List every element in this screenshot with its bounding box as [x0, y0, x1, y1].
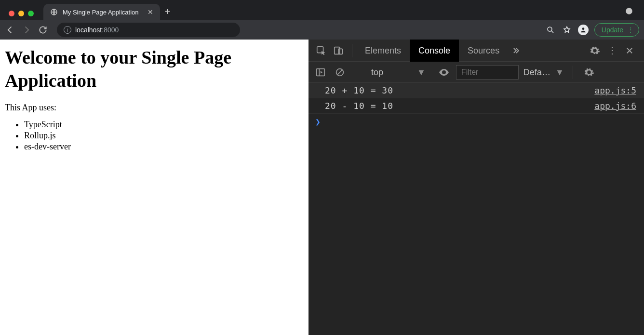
back-button[interactable]: [5, 25, 15, 35]
new-tab-button[interactable]: +: [165, 6, 171, 20]
svg-rect-5: [335, 47, 340, 54]
browser-toolbar: i localhost:8000 Update ⋮: [0, 20, 644, 40]
browser-tab[interactable]: My Single Page Application ✕: [43, 4, 160, 20]
devtools-settings-icon[interactable]: [587, 43, 603, 58]
update-label: Update: [602, 26, 623, 34]
kebab-icon: ⋮: [627, 26, 634, 34]
window-zoom-button[interactable]: [28, 11, 34, 16]
chevron-down-icon: ▼: [417, 68, 426, 77]
site-info-icon[interactable]: i: [64, 26, 71, 34]
inspect-element-icon[interactable]: [313, 43, 329, 58]
log-levels-selector[interactable]: Defa… ▼: [523, 68, 564, 77]
tab-console[interactable]: Console: [410, 40, 459, 62]
svg-point-3: [582, 27, 585, 30]
zoom-icon[interactable]: [545, 25, 556, 35]
globe-icon: [50, 8, 58, 16]
console-settings-icon[interactable]: [582, 65, 596, 80]
address-bar[interactable]: i localhost:8000: [57, 23, 240, 37]
console-log-row[interactable]: 20 + 10 = 30 app.js:5: [309, 83, 644, 98]
page-intro: This App uses:: [5, 103, 304, 113]
close-tab-icon[interactable]: ✕: [148, 8, 153, 16]
device-toolbar-icon[interactable]: [331, 43, 346, 58]
browser-tabstrip: My Single Page Application ✕ +: [0, 0, 644, 20]
more-tabs-icon[interactable]: [508, 43, 523, 58]
console-log-area: 20 + 10 = 30 app.js:5 20 - 10 = 10 app.j…: [309, 83, 644, 335]
browser-update-button[interactable]: Update ⋮: [594, 23, 639, 37]
list-item: es-dev-server: [24, 142, 304, 152]
devtools-kebab-icon[interactable]: ⋮: [604, 43, 620, 58]
svg-point-9: [443, 71, 445, 73]
context-label: top: [371, 68, 383, 77]
svg-rect-6: [338, 49, 342, 54]
log-source-link[interactable]: app.js:5: [594, 85, 636, 95]
url-text: localhost:8000: [75, 26, 119, 34]
rendered-page: Welcome to your Single Page Application …: [0, 40, 309, 335]
console-prompt[interactable]: ❯: [309, 114, 644, 130]
tech-list: TypeScript Rollup.js es-dev-server: [5, 120, 304, 152]
console-log-row[interactable]: 20 - 10 = 10 app.js:6: [309, 98, 644, 114]
log-message: 20 + 10 = 30: [325, 85, 594, 95]
window-controls: [5, 11, 39, 20]
tab-elements[interactable]: Elements: [356, 40, 410, 62]
list-item: Rollup.js: [24, 131, 304, 141]
console-sidebar-toggle-icon[interactable]: [313, 65, 328, 80]
log-source-link[interactable]: app.js:6: [594, 101, 636, 111]
log-levels-label: Defa…: [523, 68, 550, 77]
live-expression-icon[interactable]: [437, 65, 451, 80]
list-item: TypeScript: [24, 120, 304, 130]
devtools-close-icon[interactable]: [622, 43, 637, 58]
chevron-down-icon: ▼: [555, 68, 564, 77]
bookmark-star-icon[interactable]: [562, 25, 572, 35]
log-message: 20 - 10 = 10: [325, 101, 594, 111]
clear-console-icon[interactable]: [333, 65, 347, 80]
forward-button[interactable]: [21, 25, 32, 35]
devtools-panel: Elements Console Sources ⋮: [309, 40, 644, 335]
reload-button[interactable]: [38, 25, 48, 35]
profile-avatar[interactable]: [578, 25, 589, 35]
tab-title: My Single Page Application: [63, 9, 139, 16]
execution-context-selector[interactable]: top ▼: [365, 65, 432, 80]
window-minimize-button[interactable]: [18, 11, 24, 16]
svg-point-1: [626, 8, 632, 14]
profile-menu-icon[interactable]: [624, 6, 634, 16]
devtools-tab-bar: Elements Console Sources ⋮: [309, 40, 644, 62]
window-close-button[interactable]: [9, 11, 14, 16]
console-filter-input[interactable]: [456, 65, 519, 80]
tab-sources[interactable]: Sources: [459, 40, 508, 62]
page-heading: Welcome to your Single Page Application: [5, 46, 304, 92]
console-toolbar: top ▼ Defa… ▼: [309, 62, 644, 83]
svg-point-2: [548, 27, 552, 31]
